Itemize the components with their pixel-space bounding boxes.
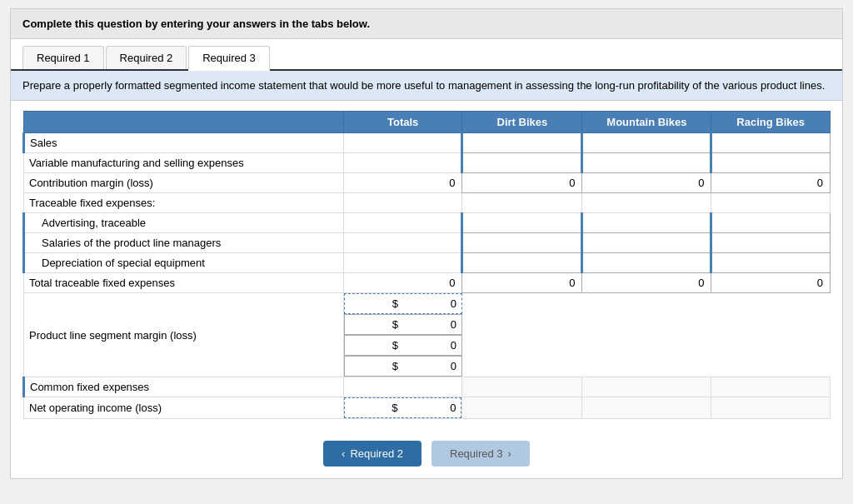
input-sales-mountain[interactable] [630, 137, 705, 149]
cell-var-totals[interactable] [343, 153, 462, 173]
cell-dep-totals[interactable] [343, 253, 462, 273]
input-ttf-totals[interactable] [382, 277, 456, 289]
cell-sales-dirt[interactable] [462, 133, 582, 153]
input-adv-dirt[interactable] [501, 217, 576, 229]
input-sales-racing[interactable] [750, 137, 825, 149]
tab-required-1[interactable]: Required 1 [22, 46, 104, 69]
cell-cfe-mountain-empty [582, 377, 711, 397]
input-var-totals[interactable] [381, 157, 456, 169]
tabs-row: Required 1 Required 2 Required 3 [11, 39, 842, 71]
cell-var-racing[interactable] [711, 153, 831, 173]
input-cfe-totals[interactable] [382, 381, 456, 393]
bottom-nav: ‹ Required 2 Required 3 › [11, 429, 842, 478]
input-dep-dirt[interactable] [501, 257, 576, 269]
input-sales-totals[interactable] [381, 137, 456, 149]
cell-sal-racing[interactable] [711, 233, 831, 253]
input-sal-racing[interactable] [750, 237, 825, 249]
cell-dep-mountain[interactable] [582, 253, 711, 273]
cell-cm-totals[interactable] [343, 173, 462, 193]
input-cm-mountain[interactable] [631, 177, 706, 189]
cell-ttf-racing[interactable] [711, 273, 831, 293]
input-adv-totals[interactable] [381, 217, 456, 229]
next-button[interactable]: Required 3 › [431, 441, 530, 467]
cell-ttf-totals[interactable] [343, 273, 462, 293]
cell-sal-mountain[interactable] [582, 233, 711, 253]
cell-adv-totals[interactable] [343, 213, 462, 233]
header-bar: Complete this question by entering your … [11, 9, 842, 39]
cell-sal-totals[interactable] [343, 233, 462, 253]
cell-cm-racing[interactable] [711, 173, 831, 193]
cell-psm-dirt[interactable]: $ [344, 314, 462, 335]
input-var-dirt[interactable] [501, 157, 576, 169]
input-var-racing[interactable] [750, 157, 825, 169]
cell-adv-racing[interactable] [711, 213, 831, 233]
input-sal-totals[interactable] [381, 237, 456, 249]
content-instruction: Prepare a properly formatted segmented i… [11, 71, 842, 101]
label-common-fixed: Common fixed expenses [24, 377, 344, 397]
cell-dep-racing[interactable] [711, 253, 831, 273]
input-psm-dirt[interactable] [398, 318, 456, 331]
input-ttf-racing[interactable] [750, 277, 825, 289]
cell-sales-totals[interactable] [343, 133, 462, 153]
cell-dep-dirt[interactable] [462, 253, 582, 273]
input-ttf-mountain[interactable] [631, 277, 706, 289]
table-wrapper: Totals Dirt Bikes Mountain Bikes Racing … [11, 101, 842, 429]
input-sal-dirt[interactable] [501, 237, 576, 249]
input-dep-mountain[interactable] [630, 257, 705, 269]
cell-psm-racing[interactable]: $ [344, 356, 462, 377]
input-adv-racing[interactable] [750, 217, 825, 229]
cell-traceable-mountain-empty [582, 193, 711, 213]
label-depreciation: Depreciation of special equipment [24, 253, 344, 273]
label-variable-mfg: Variable manufacturing and selling expen… [24, 153, 344, 173]
cell-traceable-totals-empty [343, 193, 462, 213]
cell-traceable-dirt-empty [462, 193, 582, 213]
prev-button[interactable]: ‹ Required 2 [323, 441, 422, 467]
input-dep-racing[interactable] [750, 257, 825, 269]
tab-required-2[interactable]: Required 2 [106, 46, 187, 69]
cell-var-mountain[interactable] [582, 153, 711, 173]
row-common-fixed: Common fixed expenses [24, 377, 831, 397]
cell-cm-dirt[interactable] [462, 173, 582, 193]
input-psm-mountain[interactable] [398, 339, 456, 352]
label-traceable-header: Traceable fixed expenses: [24, 193, 344, 213]
cell-sales-mountain[interactable] [582, 133, 711, 153]
input-dep-totals[interactable] [381, 257, 456, 269]
input-psm-totals[interactable] [398, 297, 456, 310]
input-ttf-dirt[interactable] [501, 277, 576, 289]
input-var-mountain[interactable] [630, 157, 705, 169]
cell-cm-mountain[interactable] [582, 173, 711, 193]
cell-sales-racing[interactable] [711, 133, 831, 153]
input-sal-mountain[interactable] [630, 237, 705, 249]
label-salaries: Salaries of the product line managers [24, 233, 344, 253]
input-noi-totals[interactable] [397, 402, 456, 414]
input-sales-dirt[interactable] [501, 137, 576, 149]
row-total-traceable: Total traceable fixed expenses [24, 273, 831, 293]
row-variable-mfg: Variable manufacturing and selling expen… [24, 153, 831, 173]
input-adv-mountain[interactable] [630, 217, 705, 229]
row-salaries: Salaries of the product line managers [24, 233, 831, 253]
cell-noi-dirt-empty [462, 397, 582, 419]
header-instruction: Complete this question by entering your … [22, 17, 370, 30]
cell-psm-mountain[interactable]: $ [344, 335, 462, 356]
input-cm-totals[interactable] [382, 177, 456, 189]
input-cm-dirt[interactable] [501, 177, 576, 189]
col-header-dirt-bikes: Dirt Bikes [462, 112, 582, 133]
input-psm-racing[interactable] [398, 360, 456, 372]
cell-adv-dirt[interactable] [462, 213, 582, 233]
label-total-traceable: Total traceable fixed expenses [24, 273, 344, 293]
input-cm-racing[interactable] [750, 177, 825, 189]
cell-sal-dirt[interactable] [462, 233, 582, 253]
label-net-income: Net operating income (loss) [24, 397, 344, 419]
cell-ttf-dirt[interactable] [462, 273, 582, 293]
cell-var-dirt[interactable] [462, 153, 582, 173]
dollar-psm-mountain: $ [392, 339, 398, 352]
cell-noi-totals[interactable]: $ [344, 397, 462, 418]
col-header-label [24, 112, 344, 133]
cell-cfe-totals[interactable] [343, 377, 462, 397]
cell-adv-mountain[interactable] [582, 213, 711, 233]
cell-noi-racing-empty [711, 397, 831, 419]
row-depreciation: Depreciation of special equipment [24, 253, 831, 273]
cell-psm-totals[interactable]: $ [344, 293, 462, 314]
cell-ttf-mountain[interactable] [582, 273, 711, 293]
tab-required-3[interactable]: Required 3 [188, 46, 270, 71]
